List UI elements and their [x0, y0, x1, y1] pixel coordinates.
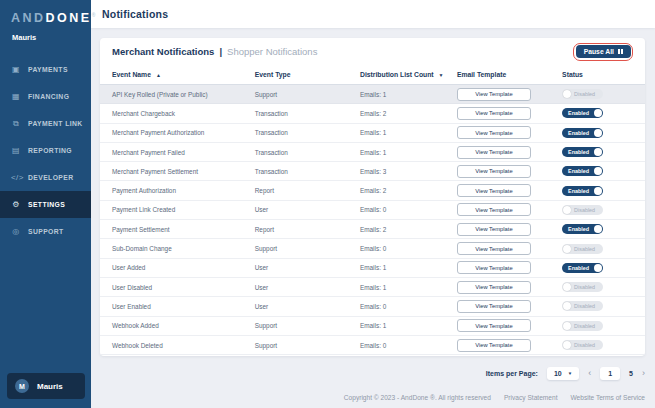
view-template-button[interactable]: View Template: [457, 319, 531, 332]
registered-mark: ®: [92, 12, 96, 18]
status-toggle[interactable]: Enabled: [562, 108, 603, 118]
status-toggle[interactable]: Enabled: [562, 147, 603, 157]
sidebar-item-settings[interactable]: ⚙SETTINGS: [0, 191, 91, 218]
status-toggle[interactable]: Disabled: [562, 244, 603, 254]
toggle-knob: [563, 302, 571, 310]
view-template-button[interactable]: View Template: [457, 126, 531, 139]
status-toggle[interactable]: Enabled: [562, 186, 603, 196]
status-toggle[interactable]: Enabled: [562, 224, 603, 234]
toggle-knob: [563, 245, 571, 253]
pause-all-highlight-ring: Pause All: [573, 43, 633, 61]
sidebar-item-developer[interactable]: </>DEVELOPER: [0, 164, 91, 191]
event-type-cell: User: [255, 303, 360, 310]
status-cell: Disabled: [562, 244, 633, 254]
event-type-cell: Report: [255, 187, 360, 194]
sidebar-nav: ▣PAYMENTS▦FINANCING⧉PAYMENT LINK▤REPORTI…: [0, 56, 91, 245]
email-template-cell: View Template: [457, 281, 562, 294]
current-page-button[interactable]: 1: [600, 367, 620, 380]
event-name-cell: Merchant Payment Authorization: [112, 129, 255, 136]
filter-icon[interactable]: ▼: [439, 72, 444, 78]
prev-page-button[interactable]: ‹: [588, 369, 591, 378]
privacy-statement-link[interactable]: Privacy Statement: [504, 394, 558, 401]
email-template-cell: View Template: [457, 223, 562, 236]
status-toggle[interactable]: Enabled: [562, 128, 603, 138]
table-row: Merchant Payment SettlementTransactionEm…: [100, 162, 645, 181]
view-template-button[interactable]: View Template: [457, 184, 531, 197]
status-cell: Enabled: [562, 263, 633, 273]
status-toggle[interactable]: Disabled: [562, 340, 603, 350]
status-toggle[interactable]: Disabled: [562, 301, 603, 311]
status-label: Disabled: [574, 303, 595, 309]
sidebar-item-payments[interactable]: ▣PAYMENTS: [0, 56, 91, 83]
sidebar-item-label: REPORTING: [28, 147, 72, 154]
terms-of-service-link[interactable]: Website Terms of Service: [570, 394, 645, 401]
pause-all-label: Pause All: [584, 48, 614, 55]
distribution-list-count-cell: Emails: 0: [360, 245, 457, 252]
view-template-button[interactable]: View Template: [457, 261, 531, 274]
view-template-button[interactable]: View Template: [457, 223, 531, 236]
status-cell: Enabled: [562, 186, 633, 196]
sidebar-item-reporting[interactable]: ▤REPORTING: [0, 137, 91, 164]
table-row: Payment AuthorizationReportEmails: 2View…: [100, 181, 645, 200]
sidebar-item-label: PAYMENT LINK: [28, 120, 83, 127]
tab-shopper-notifications[interactable]: Shopper Notifications: [227, 46, 317, 57]
pause-all-button[interactable]: Pause All: [576, 45, 631, 58]
status-toggle[interactable]: Enabled: [562, 166, 603, 176]
status-toggle[interactable]: Enabled: [562, 263, 603, 273]
next-page-button[interactable]: ›: [642, 369, 645, 378]
view-template-button[interactable]: View Template: [457, 165, 531, 178]
event-name-cell: Merchant Chargeback: [112, 110, 255, 117]
pause-icon: [618, 49, 623, 54]
status-label: Enabled: [568, 110, 589, 116]
view-template-button[interactable]: View Template: [457, 339, 531, 352]
tab-separator: |: [219, 46, 222, 57]
view-template-button[interactable]: View Template: [457, 242, 531, 255]
email-template-cell: View Template: [457, 242, 562, 255]
column-header-email-template: Email Template: [457, 71, 562, 78]
event-name-cell: Payment Link Created: [112, 206, 255, 213]
settings-icon: ⚙: [11, 200, 21, 209]
view-template-button[interactable]: View Template: [457, 107, 531, 120]
event-name-cell: Webhook Deleted: [112, 342, 255, 349]
user-chip[interactable]: M Mauris: [7, 373, 85, 399]
event-type-cell: Support: [255, 342, 360, 349]
event-type-cell: Report: [255, 226, 360, 233]
status-toggle[interactable]: Disabled: [562, 321, 603, 331]
sidebar-item-label: SUPPORT: [28, 228, 64, 235]
status-label: Enabled: [568, 265, 589, 271]
table-row: Sub-Domain ChangeSupportEmails: 0View Te…: [100, 239, 645, 258]
status-cell: Enabled: [562, 147, 633, 157]
sidebar-item-payment-link[interactable]: ⧉PAYMENT LINK: [0, 110, 91, 137]
status-label: Disabled: [574, 207, 595, 213]
event-name-cell: Merchant Payment Settlement: [112, 168, 255, 175]
column-header-event-name[interactable]: Event Name ▲: [112, 71, 255, 78]
sort-asc-icon[interactable]: ▲: [156, 72, 161, 78]
column-header-distribution-list-count[interactable]: Distribution List Count ▼: [360, 71, 457, 78]
app-root: { "sidebar": { "logo": { "part1": "AND",…: [0, 0, 655, 408]
logo-part2: DONE: [46, 11, 92, 25]
page-size-select[interactable]: 10 ▼: [547, 367, 579, 380]
distribution-list-count-cell: Emails: 1: [360, 129, 457, 136]
copyright-text: Copyright © 2023 - AndDone ®. All rights…: [344, 394, 491, 401]
view-template-button[interactable]: View Template: [457, 88, 531, 101]
email-template-cell: View Template: [457, 107, 562, 120]
sidebar-item-support[interactable]: ◎SUPPORT: [0, 218, 91, 245]
status-toggle[interactable]: Disabled: [562, 89, 603, 99]
status-toggle[interactable]: Disabled: [562, 282, 603, 292]
view-template-button[interactable]: View Template: [457, 300, 531, 313]
distribution-list-count-cell: Emails: 0: [360, 206, 457, 213]
status-cell: Disabled: [562, 321, 633, 331]
view-template-button[interactable]: View Template: [457, 203, 531, 216]
view-template-button[interactable]: View Template: [457, 281, 531, 294]
distribution-list-count-cell: Emails: 2: [360, 110, 457, 117]
toggle-knob: [594, 225, 602, 233]
org-name: Mauris: [0, 25, 91, 42]
sidebar-item-financing[interactable]: ▦FINANCING: [0, 83, 91, 110]
card-header: Merchant Notifications | Shopper Notific…: [100, 38, 645, 65]
toggle-knob: [594, 129, 602, 137]
last-page-button[interactable]: 5: [629, 370, 633, 377]
view-template-button[interactable]: View Template: [457, 146, 531, 159]
status-toggle[interactable]: Disabled: [562, 205, 603, 215]
email-template-cell: View Template: [457, 88, 562, 101]
tab-merchant-notifications[interactable]: Merchant Notifications: [112, 46, 214, 57]
